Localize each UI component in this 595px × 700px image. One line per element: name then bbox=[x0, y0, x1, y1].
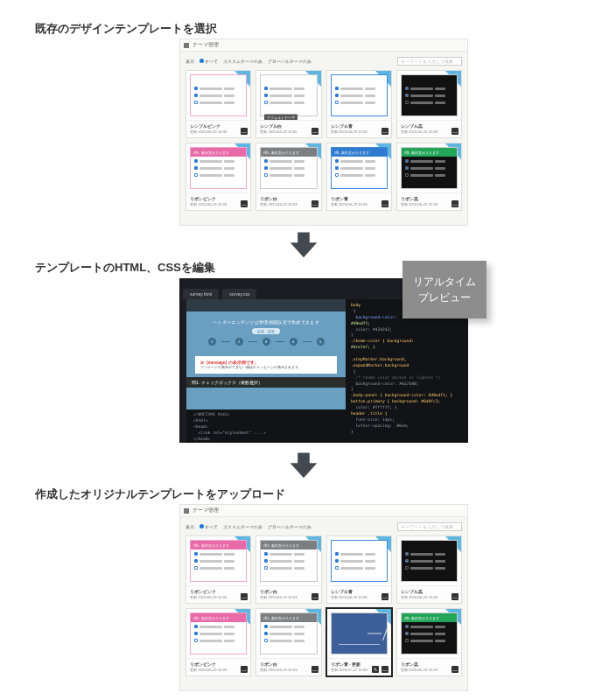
theme-name: リボン白 bbox=[260, 196, 317, 201]
filter-all[interactable]: すべて bbox=[200, 524, 218, 530]
realtime-preview-badge: リアルタイム プレビュー bbox=[402, 261, 486, 318]
more-menu-icon[interactable]: ⋯ bbox=[241, 200, 248, 207]
tab-html[interactable]: survey.html bbox=[183, 289, 219, 299]
theme-card[interactable]: シンプル黒 更新 2020-06-29 10:30 ⋯ bbox=[396, 536, 462, 604]
theme-card[interactable]: シンプル青 更新 2020-06-29 10:30 ⋯ bbox=[326, 70, 392, 138]
theme-preview: 問1. 案内文が入ります bbox=[397, 609, 461, 658]
more-menu-icon[interactable]: ⋯ bbox=[452, 200, 458, 207]
filter-custom[interactable]: カスタムテーマのみ bbox=[223, 59, 262, 65]
theme-card[interactable]: リボン青 - 更新 更新 2020-07-27 15:08 ✎ ⋯ bbox=[326, 608, 392, 676]
theme-card[interactable]: 問1. 案内文が入ります リボン白 更新 2020-06-29 10:33 ⋯ bbox=[256, 608, 321, 676]
theme-card[interactable]: 問1. 案内文が入ります リボンピンク 更新 2020-06-29 10:33 … bbox=[186, 536, 251, 604]
theme-card[interactable]: シンプル青 更新 2020-06-29 10:30 ⋯ bbox=[326, 536, 392, 604]
theme-card[interactable]: 問1. 案内文が入ります リボン黒 更新 2020-06-29 10:33 ⋯ bbox=[396, 608, 462, 676]
filter-custom[interactable]: カスタムテーマのみ bbox=[223, 524, 262, 530]
theme-card-footer: シンプル青 更新 2020-06-29 10:30 ⋯ bbox=[327, 585, 391, 603]
theme-name: リボン黒 bbox=[401, 662, 458, 667]
more-menu-icon[interactable]: ⋯ bbox=[312, 593, 318, 600]
theme-meta: 更新 2020-06-29 10:30 bbox=[401, 595, 458, 599]
theme-card[interactable]: 問1. 案内文が入ります リボンピンク 更新 2020-06-29 10:33 … bbox=[186, 608, 251, 676]
theme-preview: 問1. 案内文が入ります bbox=[186, 144, 250, 192]
more-menu-icon[interactable]: ⋯ bbox=[382, 593, 388, 600]
gallery-filter-bar: 表示 すべて カスタムテーマのみ グローバルテーマのみ キーワードを入力して検索 bbox=[184, 521, 464, 536]
theme-name: シンプル青 bbox=[331, 123, 388, 129]
gallery-grid: シンプルピンク 更新 2020-06-29 10:30 ⋯ デフォルトテーマ シ… bbox=[184, 70, 464, 211]
html-code-pane[interactable]: <!DOCTYPE html> <html> <head> <link rel=… bbox=[186, 410, 346, 443]
theme-card[interactable]: シンプルピンク 更新 2020-06-29 10:30 ⋯ bbox=[186, 70, 251, 138]
theme-name: シンプルピンク bbox=[190, 123, 247, 129]
theme-meta: 更新 2020-06-29 10:30 bbox=[190, 130, 247, 134]
more-menu-icon[interactable]: ⋯ bbox=[382, 128, 388, 135]
filter-global[interactable]: グローバルテーマのみ bbox=[268, 59, 312, 65]
theme-name: シンプル青 bbox=[331, 589, 388, 594]
preview-header bbox=[186, 299, 346, 312]
step-3-title: 作成したオリジナルテンプレートをアップロード bbox=[35, 486, 285, 502]
search-input[interactable]: キーワードを入力して検索 bbox=[397, 57, 462, 66]
theme-card-footer: リボン黒 更新 2020-06-29 10:33 ⋯ bbox=[397, 658, 461, 676]
filter-all[interactable]: すべて bbox=[200, 59, 218, 65]
badge-line-1: リアルタイム bbox=[413, 274, 476, 290]
preview-title-strip: 問1. 案内文が入ります bbox=[332, 148, 387, 157]
edit-icon[interactable]: ✎ bbox=[372, 666, 379, 673]
more-menu-icon[interactable]: ⋯ bbox=[241, 128, 248, 135]
flow-arrow-icon bbox=[289, 450, 318, 480]
more-menu-icon[interactable]: ⋯ bbox=[382, 666, 388, 673]
theme-card[interactable]: シンプル黒 更新 2020-06-29 10:30 ⋯ bbox=[396, 70, 462, 138]
theme-name: リボン白 bbox=[260, 662, 317, 667]
theme-name: リボン青 - 更新 bbox=[331, 662, 388, 667]
theme-meta: 更新 2020-06-29 10:33 bbox=[260, 202, 317, 206]
more-menu-icon[interactable]: ⋯ bbox=[312, 128, 318, 135]
theme-card[interactable]: 問1. 案内文が入ります リボン黒 更新 2020-06-29 10:33 ⋯ bbox=[396, 143, 462, 211]
more-menu-icon[interactable]: ⋯ bbox=[312, 666, 318, 673]
filter-global[interactable]: グローバルテーマのみ bbox=[268, 524, 312, 530]
theme-card[interactable]: 問1. 案内文が入ります リボン青 更新 2020-06-29 10:33 ⋯ bbox=[326, 143, 392, 211]
theme-name: リボンピンク bbox=[190, 196, 247, 201]
theme-card-footer: リボンピンク 更新 2020-06-29 10:33 ⋯ bbox=[186, 192, 250, 210]
more-menu-icon[interactable]: ⋯ bbox=[241, 593, 248, 600]
more-menu-icon[interactable]: ⋯ bbox=[312, 200, 318, 207]
more-menu-icon[interactable]: ⋯ bbox=[452, 666, 458, 673]
theme-card[interactable]: 問1. 案内文が入ります リボン白 更新 2020-06-29 10:33 ⋯ bbox=[256, 536, 321, 604]
tab-css[interactable]: survey.css bbox=[222, 289, 256, 299]
theme-preview: 問1. 案内文が入ります bbox=[256, 144, 320, 192]
theme-preview: 問1. 案内文が入ります bbox=[256, 609, 320, 658]
preview-question: 問1. チェックボックス（複数選択） bbox=[186, 377, 346, 388]
preview-title-strip: 問1. 案内文が入ります bbox=[191, 148, 246, 157]
css-code-pane[interactable]: body { background-color: #d9edf1; color:… bbox=[346, 299, 468, 443]
gallery-grid: 問1. 案内文が入ります リボンピンク 更新 2020-06-29 10:33 … bbox=[184, 536, 464, 676]
more-menu-icon[interactable]: ⋯ bbox=[452, 128, 458, 135]
theme-card-footer: リボンピンク 更新 2020-06-29 10:33 ⋯ bbox=[186, 658, 250, 676]
theme-card-footer: シンプル黒 更新 2020-06-29 10:30 ⋯ bbox=[397, 585, 461, 603]
theme-preview: 問1. 案内文が入ります bbox=[186, 609, 250, 658]
theme-meta: 更新 2020-06-29 10:33 bbox=[331, 202, 388, 206]
more-menu-icon[interactable]: ⋯ bbox=[382, 200, 388, 207]
more-menu-icon[interactable]: ⋯ bbox=[452, 593, 458, 600]
step-2-title: テンプレートのHTML、CSSを編集 bbox=[35, 260, 215, 276]
search-input[interactable]: キーワードを入力して検索 bbox=[397, 522, 462, 531]
more-menu-icon[interactable]: ⋯ bbox=[241, 666, 248, 673]
breadcrumb-label: テーマ管理 bbox=[192, 42, 219, 48]
theme-meta: 更新 2020-07-27 15:08 bbox=[331, 668, 388, 672]
theme-name: シンプル黒 bbox=[401, 589, 458, 594]
theme-meta: 更新 2020-06-29 10:30 bbox=[331, 130, 388, 134]
theme-card-footer: リボン白 更新 2020-06-29 10:33 ⋯ bbox=[256, 192, 320, 210]
preview-title-strip: 問1. 案内文が入ります bbox=[261, 541, 316, 550]
live-preview-pane: ヘッダーコンテンツは管理画面設定で作成できます 設定設定 1 2 3 4 5 ⊘… bbox=[186, 299, 346, 410]
theme-preview bbox=[186, 71, 250, 120]
filter-label: 表示 bbox=[186, 524, 194, 530]
theme-card-footer: シンプル白 更新 2020-06-29 10:30 ⋯ bbox=[256, 120, 320, 137]
theme-preview: 問1. 案内文が入ります bbox=[256, 536, 320, 585]
theme-card[interactable]: 問1. 案内文が入ります リボン白 更新 2020-06-29 10:33 ⋯ bbox=[256, 143, 321, 211]
theme-name: リボン黒 bbox=[401, 196, 458, 201]
theme-card[interactable]: デフォルトテーマ シンプル白 更新 2020-06-29 10:30 ⋯ bbox=[256, 70, 321, 138]
theme-name: リボンピンク bbox=[190, 589, 247, 594]
theme-meta: 更新 2020-06-29 10:33 bbox=[190, 202, 247, 206]
theme-preview: 問1. 案内文が入ります bbox=[327, 144, 391, 192]
badge-line-2: プレビュー bbox=[418, 290, 471, 305]
theme-card-footer: リボン白 更新 2020-06-29 10:33 ⋯ bbox=[256, 585, 320, 603]
theme-preview: 問1. 案内文が入ります bbox=[397, 144, 461, 192]
theme-card-footer: リボン青 更新 2020-06-29 10:33 ⋯ bbox=[327, 192, 391, 210]
theme-meta: 更新 2020-06-29 10:33 bbox=[190, 668, 247, 672]
nav-icon bbox=[184, 508, 189, 514]
theme-card[interactable]: 問1. 案内文が入ります リボンピンク 更新 2020-06-29 10:33 … bbox=[186, 143, 251, 211]
